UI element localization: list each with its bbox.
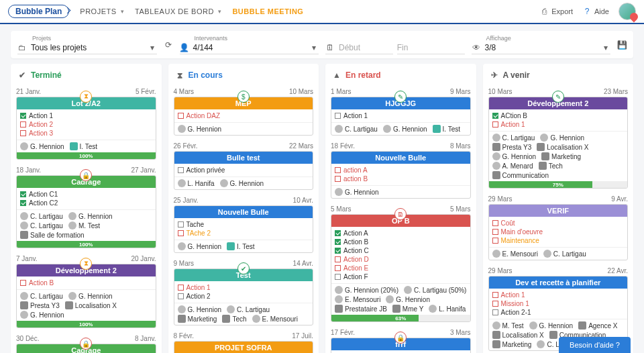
person-chip: Presta Y3: [492, 143, 532, 151]
status-badge-icon: $: [237, 91, 250, 103]
actions-list: Action 1Action 2: [174, 281, 313, 303]
card-hjggjg[interactable]: ✎HJGGJGAction 1C. LartigauG. HennionI. T…: [331, 97, 471, 136]
action-item: Action A: [335, 229, 467, 238]
person-chip: I. Test: [70, 142, 98, 150]
status-badge-icon: ✎: [394, 91, 407, 103]
person-chip: G. Hennion: [178, 305, 222, 313]
warning-icon: ▲: [332, 70, 341, 80]
logo[interactable]: Bubble Plan: [8, 5, 69, 18]
person-chip: G. Hennion: [335, 188, 379, 196]
card-title: PROJET SOFRA: [174, 342, 313, 353]
refresh-icon[interactable]: ⟳: [164, 40, 173, 50]
status-badge-icon: 🔒: [80, 169, 92, 181]
filter-bar: Projets 🗀Tous les projets▾ ⟳ Intervenant…: [11, 31, 633, 58]
card-mep[interactable]: $MEPAction DAZG. Hennion: [174, 97, 314, 136]
person-chip: C. Lartigau: [227, 305, 270, 313]
folder-icon: 🗀: [17, 43, 27, 52]
action-item: Action C2: [20, 199, 152, 207]
action-item: Mission 1: [492, 299, 625, 308]
column-upcoming: ✈A venir 10 Mars23 Mars✎Développement 2A…: [483, 64, 634, 353]
actions-list: Action 1: [331, 109, 470, 122]
card-verif[interactable]: VERIFCoûtMain d'oeuvreMaintenanceE. Mens…: [488, 204, 629, 260]
filter-display[interactable]: Affichage 👁3/8▾: [472, 35, 611, 54]
person-chip: Localisation X: [492, 331, 544, 339]
column-late: ▲En retard 1 Mars9 Mars✎HJGGJGAction 1C.…: [325, 64, 476, 353]
status-badge-icon: ⧗: [80, 91, 92, 103]
progress-bar: 63%: [331, 315, 470, 321]
person-chip: Agence X: [578, 321, 617, 330]
card-nouvbulle1[interactable]: Nouvelle BulleTacheTAche 2G. HennionI. T…: [174, 205, 314, 253]
help-button[interactable]: ?Aide: [582, 7, 609, 16]
card-cadrage1[interactable]: 🔒CadrageAction C1Action C2C. LartigauG. …: [16, 175, 156, 248]
filter-people[interactable]: Intervenants 👤4/144▾: [180, 35, 319, 54]
card-opb[interactable]: 🗎OP BAction AAction BAction CAction DAct…: [331, 214, 471, 322]
action-item: Tache: [178, 220, 310, 229]
action-item: action B: [335, 174, 467, 183]
person-chip: G. Hennion (20%): [335, 286, 398, 294]
card-test[interactable]: ✔TestAction 1Action 2G. HennionC. Lartig…: [174, 268, 314, 325]
status-badge-icon: 🗎: [394, 208, 407, 220]
actions-list: Action DAZ: [174, 109, 313, 122]
action-item: Action 1: [335, 111, 467, 120]
status-badge-icon: ✔: [237, 262, 250, 274]
card-title: Nouvelle Bulle: [174, 206, 313, 218]
nav-projets[interactable]: PROJETS: [80, 7, 124, 15]
status-badge-icon: ⧗: [80, 258, 92, 270]
actions-list: Action AAction BAction CAction DAction E…: [331, 227, 470, 283]
person-chip: C. Lartigau: [335, 125, 378, 133]
card-dev2b[interactable]: ✎Développement 2ACtion BAction 1C. Larti…: [488, 97, 629, 189]
action-item: Action C1: [20, 190, 152, 199]
people-list: E. MensouriC. Lartigau: [489, 247, 628, 260]
date-range: 26 Févr.22 Mars: [174, 142, 314, 150]
person-chip: E. Mensouri: [335, 295, 380, 303]
person-chip: Localisation X: [65, 301, 117, 309]
board: ✔Terminé 21 Janv.5 Févr.⧗Lot 2/A2Action …: [0, 64, 644, 353]
end-date-input[interactable]: Fin: [397, 42, 465, 54]
person-chip: Salle de formation: [20, 231, 85, 239]
actions-list: Action 1Mission 1Action 2-1: [489, 289, 628, 319]
nav-tableaux[interactable]: TABLEAUX DE BORD: [135, 7, 221, 15]
progress-bar: 100%: [17, 152, 156, 159]
calendar-icon: 🗓: [325, 43, 335, 52]
progress-bar: 75%: [489, 181, 628, 188]
action-item: Action 2: [178, 292, 310, 301]
person-chip: L. Hanifa: [178, 179, 215, 187]
person-chip: G. Hennion: [540, 134, 584, 142]
nav-bubble-meeting[interactable]: BUBBLE MEETING: [232, 7, 303, 15]
actions-list: Action 1Action 2Action 3: [17, 109, 156, 140]
card-bulletest[interactable]: Bulle testAction privéeL. HanifaG. Henni…: [174, 151, 314, 190]
action-item: Action privée: [178, 166, 310, 174]
date-range: 18 Févr.8 Mars: [331, 142, 471, 150]
actions-list: CoûtMain d'oeuvreMaintenance: [489, 217, 628, 247]
person-chip: G. Hennion: [386, 295, 430, 303]
person-chip: M. Test: [492, 321, 524, 330]
person-chip: L. Hanifa: [429, 305, 466, 313]
card-frrf[interactable]: 🔒frrfAction 1Action EAction E bisC. Lart…: [331, 338, 471, 353]
user-avatar[interactable]: [619, 3, 636, 20]
person-chip: I. Test: [433, 125, 461, 133]
start-date-input[interactable]: 🗓Début: [325, 42, 393, 54]
help-bubble[interactable]: Besoin d'aide ?: [559, 337, 631, 353]
action-item: Coût: [492, 219, 625, 228]
person-chip: Localisation X: [537, 143, 588, 151]
help-icon: ?: [582, 7, 592, 16]
person-chip: C. Lartigau: [20, 221, 63, 230]
filter-projects[interactable]: Projets 🗀Tous les projets▾: [17, 35, 157, 54]
person-chip: G. Hennion: [178, 125, 222, 133]
action-item: Action 1: [492, 291, 625, 299]
person-chip: Marketing: [541, 152, 581, 160]
action-item: Action 2-1: [492, 308, 625, 317]
person-chip: C. Lartigau: [20, 212, 63, 220]
card-dev2a[interactable]: ⧗Développement 2Action BC. LartigauG. He…: [16, 264, 156, 328]
person-chip: Prestataire JB: [335, 305, 387, 313]
eye-icon: 👁: [472, 43, 481, 52]
card-nouvbulle2[interactable]: Nouvelle Bulleaction Aaction BG. Hennion: [331, 151, 471, 199]
export-button[interactable]: ⎙Export: [539, 7, 573, 16]
card-cadrage2[interactable]: 🔒CadrageAction C1Action C2C. LartigauG. …: [16, 344, 156, 353]
save-icon[interactable]: 💾: [617, 40, 627, 50]
person-chip: G. Hennion: [68, 212, 113, 220]
person-chip: I. Test: [227, 242, 255, 250]
person-chip: G. Hennion: [20, 142, 64, 150]
card-sofra[interactable]: PROJET SOFRATACHEAction 1G. HennionTechC…: [174, 341, 314, 353]
card-lot2a2[interactable]: ⧗Lot 2/A2Action 1Action 2Action 3G. Henn…: [16, 97, 156, 160]
